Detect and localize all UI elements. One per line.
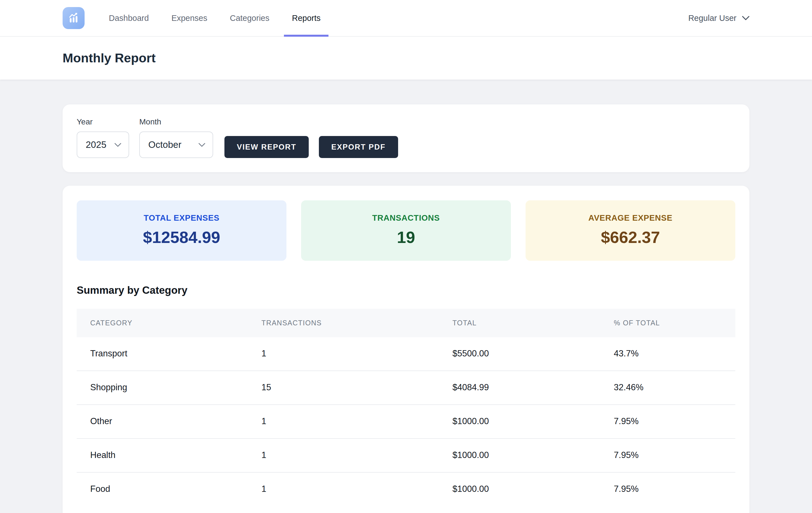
table-row: Food 1 $1000.00 7.95% xyxy=(77,473,735,506)
month-field-group: Month October xyxy=(139,117,213,158)
cell-total: $5500.00 xyxy=(439,337,600,371)
table-row: Health 1 $1000.00 7.95% xyxy=(77,438,735,473)
nav-item-categories[interactable]: Categories xyxy=(219,0,281,36)
user-menu-label: Regular User xyxy=(688,14,736,23)
chevron-down-icon xyxy=(742,16,749,20)
stat-card-average-expense: AVERAGE EXPENSE $662.37 xyxy=(526,200,735,261)
cell-pct: 43.7% xyxy=(600,337,735,371)
stat-value: $662.37 xyxy=(526,228,735,247)
summary-table: CATEGORY TRANSACTIONS TOTAL % OF TOTAL T… xyxy=(77,309,735,506)
main-nav: Dashboard Expenses Categories Reports xyxy=(97,0,332,36)
month-select-value: October xyxy=(148,139,181,150)
page-title: Monthly Report xyxy=(63,51,156,65)
nav-item-reports[interactable]: Reports xyxy=(281,0,332,36)
bar-chart-trend-icon xyxy=(66,11,81,25)
table-row: Other 1 $1000.00 7.95% xyxy=(77,405,735,438)
cell-pct: 7.95% xyxy=(600,473,735,506)
cell-total: $4084.99 xyxy=(439,371,600,405)
cell-category: Food xyxy=(77,473,248,506)
stat-value: 19 xyxy=(301,228,511,247)
chevron-down-icon xyxy=(114,143,121,147)
cell-transactions: 15 xyxy=(248,371,439,405)
stat-label: TRANSACTIONS xyxy=(301,213,511,223)
cell-total: $1000.00 xyxy=(439,405,600,438)
column-header-category: CATEGORY xyxy=(77,309,248,337)
cell-pct: 7.95% xyxy=(600,405,735,438)
table-header-row: CATEGORY TRANSACTIONS TOTAL % OF TOTAL xyxy=(77,309,735,337)
monthly-report-card: TOTAL EXPENSES $12584.99 TRANSACTIONS 19… xyxy=(63,186,749,513)
year-label: Year xyxy=(77,117,139,127)
stat-value: $12584.99 xyxy=(77,228,286,247)
cell-pct: 32.46% xyxy=(600,371,735,405)
cell-category: Other xyxy=(77,405,248,438)
year-select-value: 2025 xyxy=(86,139,106,150)
cell-transactions: 1 xyxy=(248,473,439,506)
nav-item-dashboard[interactable]: Dashboard xyxy=(97,0,160,36)
stat-card-transactions: TRANSACTIONS 19 xyxy=(301,200,511,261)
report-filter-card: Year 2025 Month October xyxy=(63,104,749,172)
month-label: Month xyxy=(139,117,213,127)
cell-category: Health xyxy=(77,438,248,473)
user-menu[interactable]: Regular User xyxy=(688,14,749,23)
top-navigation-bar: Dashboard Expenses Categories Reports Re… xyxy=(0,0,812,37)
app-logo[interactable] xyxy=(63,7,85,29)
month-select[interactable]: October xyxy=(139,132,213,158)
stat-label: AVERAGE EXPENSE xyxy=(526,213,735,223)
cell-transactions: 1 xyxy=(248,438,439,473)
main-content: Year 2025 Month October xyxy=(0,80,812,513)
cell-transactions: 1 xyxy=(248,337,439,371)
table-row: Shopping 15 $4084.99 32.46% xyxy=(77,371,735,405)
cell-category: Transport xyxy=(77,337,248,371)
chevron-down-icon xyxy=(199,143,205,147)
year-select[interactable]: 2025 xyxy=(77,132,129,158)
column-header-total: TOTAL xyxy=(439,309,600,337)
cell-total: $1000.00 xyxy=(439,473,600,506)
stats-row: TOTAL EXPENSES $12584.99 TRANSACTIONS 19… xyxy=(77,200,735,261)
page-title-bar: Monthly Report xyxy=(0,37,812,80)
export-pdf-button[interactable]: EXPORT PDF xyxy=(319,136,398,158)
stat-label: TOTAL EXPENSES xyxy=(77,213,286,223)
view-report-button[interactable]: VIEW REPORT xyxy=(225,136,309,158)
stat-card-total-expenses: TOTAL EXPENSES $12584.99 xyxy=(77,200,286,261)
cell-pct: 7.95% xyxy=(600,438,735,473)
year-field-group: Year 2025 xyxy=(77,117,139,158)
cell-category: Shopping xyxy=(77,371,248,405)
column-header-transactions: TRANSACTIONS xyxy=(248,309,439,337)
table-row: Transport 1 $5500.00 43.7% xyxy=(77,337,735,371)
column-header-pct-of-total: % OF TOTAL xyxy=(600,309,735,337)
cell-transactions: 1 xyxy=(248,405,439,438)
cell-total: $1000.00 xyxy=(439,438,600,473)
nav-item-expenses[interactable]: Expenses xyxy=(160,0,219,36)
summary-heading: Summary by Category xyxy=(77,285,735,296)
